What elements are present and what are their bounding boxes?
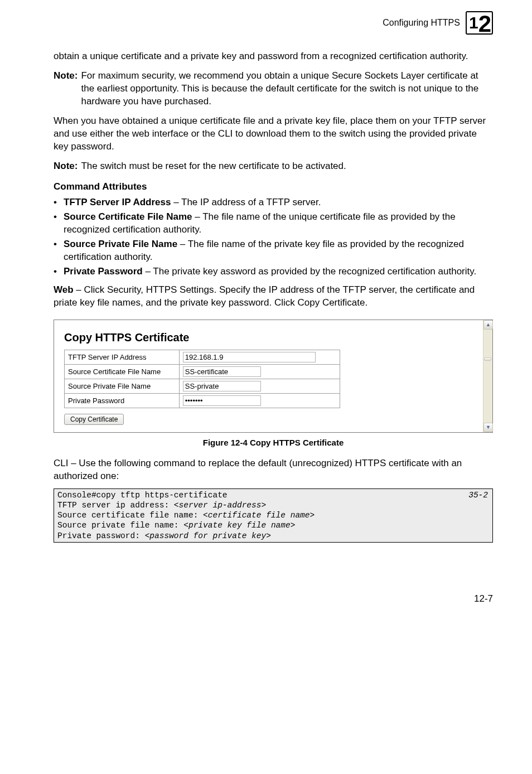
list-item: • Private Password – The private key ass… bbox=[54, 265, 493, 278]
private-password-input[interactable] bbox=[183, 395, 261, 406]
list-item: • TFTP Server IP Address – The IP addres… bbox=[54, 196, 493, 209]
chapter-badge: 1 2 bbox=[466, 11, 493, 35]
field-cell bbox=[179, 364, 340, 379]
code-ref: 35-2 bbox=[468, 490, 488, 500]
list-item-text: Source Certificate File Name – The file … bbox=[64, 211, 493, 236]
code-line: TFTP server ip address: <server ip-addre… bbox=[57, 501, 266, 510]
scroll-track[interactable] bbox=[483, 330, 492, 423]
page-header: Configuring HTTPS 1 2 bbox=[54, 0, 493, 35]
page-number: 12-7 bbox=[54, 593, 493, 606]
list-item-text: TFTP Server IP Address – The IP address … bbox=[64, 196, 493, 209]
web-label: Web bbox=[54, 284, 74, 295]
paragraph-2: When you have obtained a unique certific… bbox=[54, 115, 493, 153]
code-line: Source private file name: <private key f… bbox=[57, 521, 295, 530]
note-2: Note: The switch must be reset for the n… bbox=[54, 160, 493, 173]
note-2-text: The switch must be reset for the new cer… bbox=[81, 160, 493, 173]
field-cell bbox=[179, 350, 340, 364]
form-table: TFTP Server IP Address Source Certificat… bbox=[64, 350, 340, 408]
field-label: TFTP Server IP Address bbox=[65, 350, 180, 364]
field-label: Source Private File Name bbox=[65, 379, 180, 393]
screenshot-panel: ▲ ▼ Copy HTTPS Certificate TFTP Server I… bbox=[54, 320, 493, 433]
field-cell bbox=[179, 393, 340, 408]
code-block: 35-2Console#copy tftp https-certificate … bbox=[54, 488, 493, 543]
table-row: TFTP Server IP Address bbox=[65, 350, 340, 364]
list-item-text: Source Private File Name – The file name… bbox=[64, 238, 493, 264]
chapter-digit-2: 2 bbox=[478, 17, 492, 31]
scroll-down-icon[interactable]: ▼ bbox=[483, 423, 493, 432]
scroll-thumb[interactable] bbox=[484, 357, 491, 361]
attributes-list: • TFTP Server IP Address – The IP addres… bbox=[54, 196, 493, 278]
copy-certificate-button[interactable]: Copy Certificate bbox=[64, 414, 124, 425]
source-certificate-input[interactable] bbox=[183, 366, 261, 377]
web-text: – Click Security, HTTPS Settings. Specif… bbox=[54, 284, 475, 308]
list-item: • Source Certificate File Name – The fil… bbox=[54, 211, 493, 236]
figure-caption: Figure 12-4 Copy HTTPS Certificate bbox=[54, 437, 493, 448]
field-cell bbox=[179, 379, 340, 393]
table-row: Private Password bbox=[65, 393, 340, 408]
note-2-label: Note: bbox=[54, 160, 78, 173]
intro-paragraph: obtain a unique certificate and a privat… bbox=[54, 50, 493, 63]
code-line: Console#copy tftp https-certificate bbox=[57, 491, 228, 500]
source-private-input[interactable] bbox=[183, 381, 261, 391]
note-1-label: Note: bbox=[54, 70, 78, 108]
scroll-up-icon[interactable]: ▲ bbox=[483, 320, 493, 330]
tftp-server-ip-input[interactable] bbox=[183, 352, 316, 362]
chapter-digit-1: 1 bbox=[467, 12, 478, 35]
bullet-icon: • bbox=[54, 238, 58, 264]
table-row: Source Certificate File Name bbox=[65, 364, 340, 379]
field-label: Private Password bbox=[65, 393, 180, 408]
scrollbar[interactable]: ▲ ▼ bbox=[483, 320, 492, 432]
list-item: • Source Private File Name – The file na… bbox=[54, 238, 493, 264]
header-title: Configuring HTTPS bbox=[383, 17, 460, 29]
code-line: Source certificate file name: <certifica… bbox=[57, 511, 315, 520]
bullet-icon: • bbox=[54, 196, 58, 209]
field-label: Source Certificate File Name bbox=[65, 364, 180, 379]
cli-paragraph: CLI – Use the following command to repla… bbox=[54, 457, 493, 483]
code-line: Private password: <password for private … bbox=[57, 531, 271, 540]
table-row: Source Private File Name bbox=[65, 379, 340, 393]
list-item-text: Private Password – The private key asswo… bbox=[64, 265, 493, 278]
note-1-text: For maximum security, we recommend you o… bbox=[81, 70, 493, 108]
command-attributes-heading: Command Attributes bbox=[54, 181, 493, 194]
bullet-icon: • bbox=[54, 211, 58, 236]
note-1: Note: For maximum security, we recommend… bbox=[54, 70, 493, 108]
web-paragraph: Web – Click Security, HTTPS Settings. Sp… bbox=[54, 284, 493, 309]
screenshot-heading: Copy HTTPS Certificate bbox=[64, 330, 482, 345]
bullet-icon: • bbox=[54, 265, 58, 278]
